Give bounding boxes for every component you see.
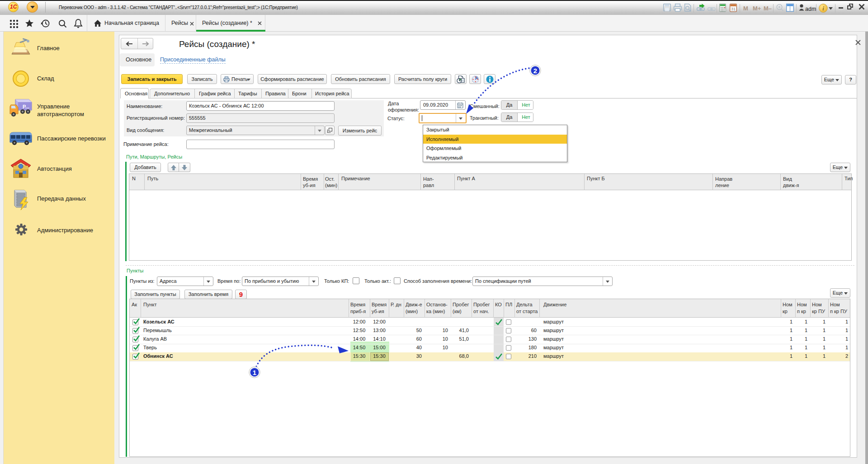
svg-text:2: 2: [533, 67, 537, 75]
svg-text:1: 1: [253, 369, 256, 376]
